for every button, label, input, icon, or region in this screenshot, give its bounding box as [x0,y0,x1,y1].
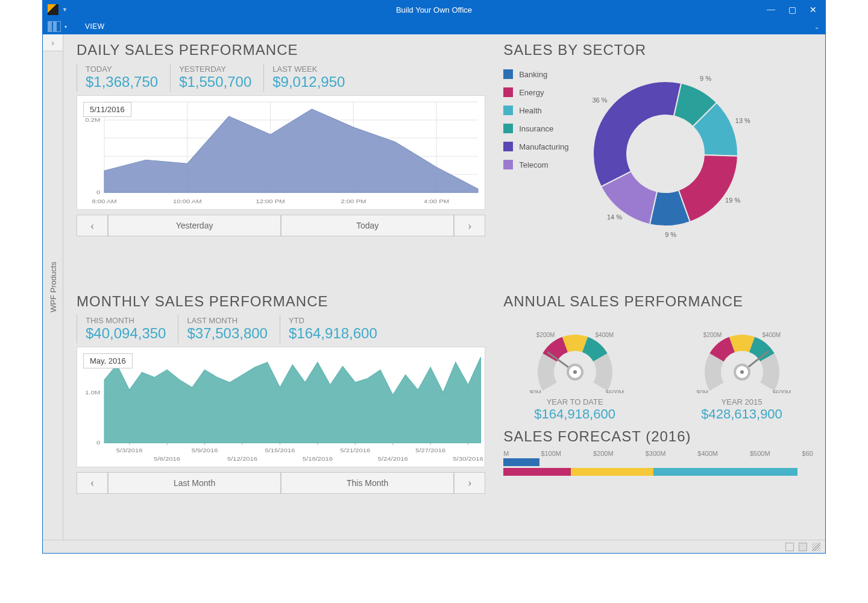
forecast-bar [503,468,813,476]
svg-text:4:00 PM: 4:00 PM [424,198,449,204]
app-window: ▼ Build Your Own Office ― ▢ ✕ ▾ VIEW ⌄ ›… [42,0,826,554]
svg-text:5/18/2016: 5/18/2016 [303,455,333,461]
resize-grip-icon[interactable] [812,543,820,551]
legend-item[interactable]: Banking [503,69,568,79]
metric-value: $164,918,600 [289,325,377,342]
ribbon-tab-view[interactable]: VIEW [85,22,105,31]
svg-text:5/21/2016: 5/21/2016 [340,446,370,453]
sidebar-toggle[interactable]: › [43,34,63,51]
gauge-label: YEAR 2015 [670,397,813,406]
gauge-year2015: $0M$200M$400M$600M YEAR 2015 $428,613,90… [670,315,813,422]
content-area: › WPF Products DAILY SALES PERFORMANCE T… [43,34,825,540]
sidebar: › WPF Products [43,34,63,540]
axis-tick: $60 [802,450,813,457]
metric-value: $1,368,750 [86,74,158,90]
panel-sector: SALES BY SECTOR BankingEnergyHealthInsur… [503,42,813,285]
svg-text:13 %: 13 % [735,117,750,124]
chevron-down-icon[interactable]: ▾ [64,24,67,30]
svg-text:14 %: 14 % [606,213,621,221]
sector-donut[interactable]: 13 %19 %9 %14 %36 %9 % [575,63,756,244]
status-bar [43,540,825,553]
svg-text:5/27/2016: 5/27/2016 [415,446,445,453]
axis-tick: $400M [697,450,718,457]
heading-annual: ANNUAL SALES PERFORMANCE [503,293,813,310]
daily-chart[interactable]: 5/11/2016 8:00 AM10:00 AM12:00 PM2:00 PM… [77,95,485,210]
gauge-value: $428,613,900 [670,406,813,422]
svg-text:0: 0 [96,439,100,446]
svg-text:5/15/2016: 5/15/2016 [265,446,295,453]
legend-label: Health [519,106,542,115]
chart-tooltip: 5/11/2016 [83,102,131,117]
svg-text:0.2M: 0.2M [85,116,100,123]
axis-tick: $100M [541,450,561,457]
svg-text:$400M: $400M [762,331,781,338]
metric-label: THIS MONTH [86,316,166,325]
legend-item[interactable]: Insurance [503,124,568,133]
sector-legend: BankingEnergyHealthInsuranceManufacturin… [503,63,568,169]
heading-daily: DAILY SALES PERFORMANCE [77,42,485,58]
pager-prev-button[interactable]: ‹ [77,215,108,236]
title-bar: ▼ Build Your Own Office ― ▢ ✕ [43,1,825,19]
qat-icon[interactable] [48,21,61,32]
legend-swatch [503,124,513,133]
metric-label: YESTERDAY [179,65,251,74]
metric-label: YTD [289,316,377,325]
legend-item[interactable]: Telecom [503,160,568,169]
legend-item[interactable]: Manufacturing [503,142,568,151]
view-normal-icon[interactable] [785,543,794,551]
maximize-button[interactable]: ▢ [788,5,796,15]
view-reading-icon[interactable] [799,543,807,551]
legend-item[interactable]: Energy [503,87,568,97]
gauge-label: YEAR TO DATE [503,397,646,406]
axis-tick: $200M [593,450,614,457]
pager-lastmonth-button[interactable]: Last Month [108,472,281,494]
metric-label: TODAY [86,65,158,74]
gauge-value: $164,918,600 [503,406,646,422]
svg-text:$0M: $0M [529,390,541,393]
svg-text:5/6/2016: 5/6/2016 [154,455,180,461]
daily-pager: ‹ Yesterday Today › [77,215,485,236]
chart-tooltip: May, 2016 [83,353,133,368]
monthly-chart[interactable]: May, 2016 1.0M05/3/20165/6/20165/9/20165… [77,347,485,467]
pager-today-button[interactable]: Today [281,215,454,236]
legend-label: Banking [519,70,547,79]
metric-value: $9,012,950 [272,74,345,90]
legend-item[interactable]: Health [503,106,568,115]
axis-tick: M [503,450,509,457]
svg-text:5/24/2016: 5/24/2016 [378,455,408,461]
panel-daily-sales: DAILY SALES PERFORMANCE TODAY$1,368,750 … [77,42,485,285]
sidebar-label[interactable]: WPF Products [48,262,57,312]
legend-swatch [503,69,513,79]
minimize-button[interactable]: ― [767,5,775,15]
svg-text:$0M: $0M [696,390,708,393]
metric-value: $1,550,700 [179,74,251,90]
close-button[interactable]: ✕ [810,5,817,15]
svg-text:5/30/2016: 5/30/2016 [453,455,483,461]
svg-text:$200M: $200M [703,331,722,338]
monthly-pager: ‹ Last Month This Month › [77,472,485,494]
svg-text:19 %: 19 % [725,197,740,204]
daily-metrics: TODAY$1,368,750 YESTERDAY$1,550,700 LAST… [77,63,485,92]
svg-text:36 %: 36 % [592,96,607,104]
pager-prev-button[interactable]: ‹ [77,472,108,494]
svg-text:2:00 PM: 2:00 PM [341,198,366,204]
window-title: Build Your Own Office [43,5,825,14]
svg-text:9 %: 9 % [665,231,676,238]
pager-yesterday-button[interactable]: Yesterday [108,215,281,236]
dashboard: DAILY SALES PERFORMANCE TODAY$1,368,750 … [63,34,825,540]
svg-text:0: 0 [96,189,100,195]
svg-text:10:00 AM: 10:00 AM [173,198,202,204]
svg-text:5/9/2016: 5/9/2016 [192,446,218,453]
pager-next-button[interactable]: › [454,215,485,236]
panel-forecast: SALES FORECAST (2016) M$100M$200M$300M$4… [503,428,813,476]
ribbon-expand-button[interactable]: ⌄ [814,24,819,30]
axis-tick: $300M [646,450,666,457]
svg-text:5/12/2016: 5/12/2016 [227,455,257,461]
legend-label: Manufacturing [519,142,568,151]
svg-text:8:00 AM: 8:00 AM [92,198,116,204]
svg-text:5/3/2016: 5/3/2016 [116,446,143,453]
pager-thismonth-button[interactable]: This Month [281,472,454,494]
panel-monthly-sales: MONTHLY SALES PERFORMANCE THIS MONTH$40,… [77,293,485,534]
forecast-chart[interactable] [503,458,813,476]
pager-next-button[interactable]: › [454,472,485,494]
